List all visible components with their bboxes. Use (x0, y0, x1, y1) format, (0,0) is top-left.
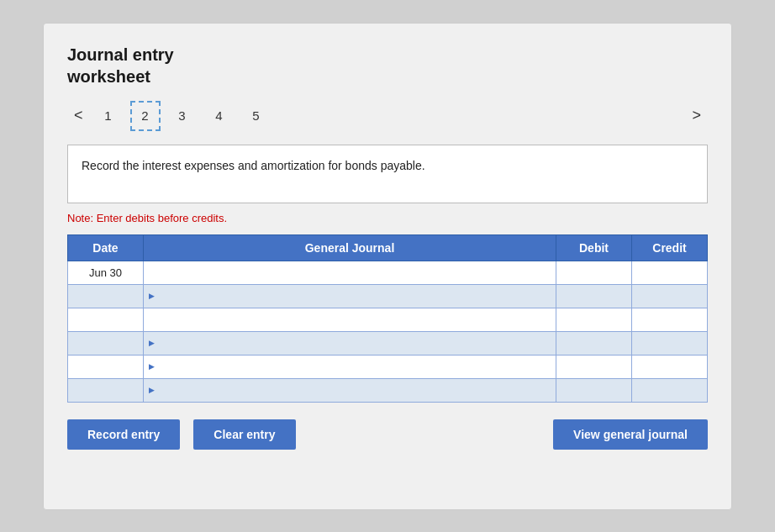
table-row (68, 355, 708, 378)
table-row (68, 378, 708, 402)
debit-input-2[interactable] (556, 285, 631, 308)
credit-input-5[interactable] (632, 356, 707, 378)
debit-cell-6[interactable] (556, 378, 632, 402)
debit-input-4[interactable] (556, 332, 631, 355)
debit-cell-1[interactable] (556, 261, 632, 284)
journal-input-1[interactable] (144, 261, 556, 284)
journal-cell-1[interactable] (144, 261, 556, 284)
page-title: Journal entry worksheet (67, 44, 708, 87)
journal-input-2[interactable] (158, 288, 556, 304)
debit-input-5[interactable] (556, 356, 631, 378)
credit-input-3[interactable] (632, 308, 707, 331)
journal-cell-5[interactable] (144, 355, 556, 378)
tab-4[interactable]: 4 (204, 101, 235, 131)
note-text: Note: Enter debits before credits. (67, 212, 708, 224)
date-cell-3 (68, 308, 144, 331)
header-date: Date (68, 234, 144, 261)
date-cell-2 (68, 284, 144, 308)
tab-2[interactable]: 2 (130, 101, 161, 131)
journal-input-3[interactable] (144, 308, 556, 331)
credit-input-6[interactable] (632, 379, 707, 402)
debit-input-6[interactable] (556, 379, 631, 402)
table-row (68, 284, 708, 308)
credit-input-1[interactable] (632, 261, 707, 284)
header-debit: Debit (556, 234, 632, 261)
date-cell-5 (68, 355, 144, 378)
credit-input-4[interactable] (632, 332, 707, 355)
journal-cell-6[interactable] (144, 378, 556, 402)
credit-input-2[interactable] (632, 285, 707, 308)
next-arrow[interactable]: > (685, 103, 708, 128)
journal-cell-3[interactable] (144, 308, 556, 331)
debit-input-3[interactable] (556, 308, 631, 331)
date-cell-4 (68, 331, 144, 355)
debit-cell-5[interactable] (556, 355, 632, 378)
credit-cell-5[interactable] (632, 355, 708, 378)
header-journal: General Journal (144, 234, 556, 261)
prev-arrow[interactable]: < (67, 103, 90, 128)
navigation-row: < 1 2 3 4 5 > (67, 101, 708, 131)
clear-entry-button[interactable]: Clear entry (193, 419, 295, 450)
instruction-box: Record the interest expenses and amortiz… (67, 145, 708, 203)
view-general-journal-button[interactable]: View general journal (553, 419, 708, 450)
journal-cell-4[interactable] (144, 331, 556, 355)
journal-table: Date General Journal Debit Credit Jun 30 (67, 234, 708, 403)
credit-cell-2[interactable] (632, 284, 708, 308)
tab-3[interactable]: 3 (167, 101, 198, 131)
table-row: Jun 30 (68, 261, 708, 284)
tab-1[interactable]: 1 (93, 101, 124, 131)
credit-cell-4[interactable] (632, 331, 708, 355)
header-credit: Credit (632, 234, 708, 261)
table-row (68, 308, 708, 331)
date-cell-1: Jun 30 (68, 261, 144, 284)
debit-input-1[interactable] (556, 261, 631, 284)
journal-input-4[interactable] (158, 335, 556, 351)
debit-cell-2[interactable] (556, 284, 632, 308)
debit-cell-4[interactable] (556, 331, 632, 355)
buttons-row: Record entry Clear entry View general jo… (67, 419, 708, 450)
record-entry-button[interactable]: Record entry (67, 419, 180, 450)
credit-cell-1[interactable] (632, 261, 708, 284)
date-cell-6 (68, 378, 144, 402)
tab-5[interactable]: 5 (241, 101, 272, 131)
debit-cell-3[interactable] (556, 308, 632, 331)
journal-cell-2[interactable] (144, 284, 556, 308)
credit-cell-3[interactable] (632, 308, 708, 331)
instruction-text: Record the interest expenses and amortiz… (82, 159, 425, 172)
journal-entry-card: Journal entry worksheet < 1 2 3 4 5 > Re… (43, 23, 732, 510)
table-row (68, 331, 708, 355)
journal-input-5[interactable] (158, 359, 556, 375)
journal-input-6[interactable] (158, 382, 556, 398)
credit-cell-6[interactable] (632, 378, 708, 402)
